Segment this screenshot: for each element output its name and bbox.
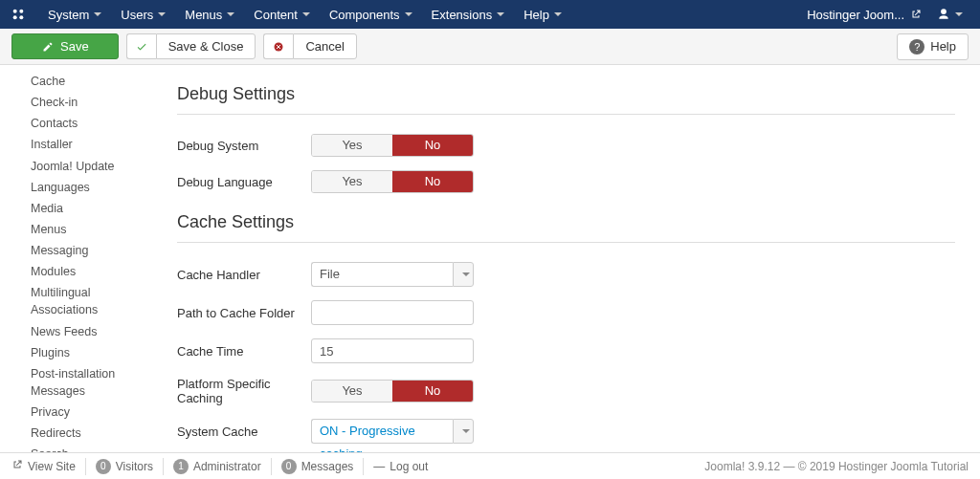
main-area: Cache Check-in Contacts Installer Joomla… bbox=[0, 65, 980, 452]
footer-logout[interactable]: — Log out bbox=[364, 458, 437, 475]
check-icon bbox=[135, 40, 148, 54]
question-icon: ? bbox=[909, 39, 924, 54]
topnav-menus: System Users Menus Content Components Ex… bbox=[38, 0, 571, 29]
messages-badge: 0 bbox=[281, 459, 297, 474]
label-cache-handler: Cache Handler bbox=[177, 268, 311, 282]
sidebar-item[interactable]: Installer bbox=[0, 134, 158, 155]
chevron-down-icon bbox=[302, 12, 310, 16]
select-cache-handler[interactable]: File bbox=[311, 262, 474, 287]
label-debug-language: Debug Language bbox=[177, 175, 311, 189]
row-cache-time: Cache Time bbox=[177, 338, 955, 363]
chevron-down-icon[interactable] bbox=[453, 419, 474, 444]
sidebar-item[interactable]: Search bbox=[0, 444, 158, 452]
topnav-system[interactable]: System bbox=[38, 0, 111, 29]
toggle-no[interactable]: No bbox=[392, 135, 473, 156]
top-navbar: System Users Menus Content Components Ex… bbox=[0, 0, 980, 29]
close-circle-icon bbox=[272, 40, 285, 54]
sidebar-item[interactable]: Privacy bbox=[0, 402, 158, 423]
label-platform-caching: Platform Specific Caching bbox=[177, 377, 311, 405]
sidebar-item[interactable]: Check-in bbox=[0, 92, 158, 113]
cancel-group: Cancel bbox=[263, 33, 356, 59]
select-system-cache[interactable]: ON - Progressive caching bbox=[311, 419, 474, 444]
select-value: File bbox=[311, 262, 453, 287]
topnav-extensions[interactable]: Extensions bbox=[422, 0, 515, 29]
footer-messages[interactable]: 0 Messages bbox=[272, 458, 365, 475]
toggle-no[interactable]: No bbox=[392, 171, 473, 192]
sidebar-item[interactable]: Contacts bbox=[0, 113, 158, 134]
toggle-no[interactable]: No bbox=[392, 381, 473, 402]
sidebar-item[interactable]: Messaging bbox=[0, 240, 158, 261]
chevron-down-icon bbox=[158, 12, 166, 16]
svg-point-2 bbox=[13, 15, 17, 19]
chevron-down-icon bbox=[497, 12, 504, 16]
label-system-cache: System Cache bbox=[177, 425, 311, 439]
sidebar-item[interactable]: Menus bbox=[0, 219, 158, 240]
input-path-cache-folder[interactable] bbox=[311, 300, 474, 325]
sidebar-item[interactable]: News Feeds bbox=[0, 321, 158, 342]
save-close-button[interactable]: Save & Close bbox=[156, 33, 256, 59]
cache-settings-heading: Cache Settings bbox=[177, 207, 955, 243]
chevron-down-icon bbox=[554, 12, 562, 16]
visitors-badge: 0 bbox=[96, 459, 111, 474]
topnav-user-menu[interactable] bbox=[929, 0, 970, 29]
sidebar-item[interactable]: Joomla! Update bbox=[0, 156, 158, 177]
row-platform-caching: Platform Specific Caching Yes No bbox=[177, 377, 955, 405]
debug-settings-heading: Debug Settings bbox=[177, 78, 955, 115]
sidebar-item[interactable]: Redirects bbox=[0, 423, 158, 444]
chevron-down-icon[interactable] bbox=[453, 262, 474, 287]
cancel-button[interactable]: Cancel bbox=[293, 33, 356, 59]
sidebar-item[interactable]: Languages bbox=[0, 177, 158, 198]
footer: View Site 0 Visitors 1 Administrator 0 M… bbox=[0, 452, 980, 479]
external-link-icon bbox=[11, 459, 23, 473]
topnav-components[interactable]: Components bbox=[320, 0, 422, 29]
sidebar-item[interactable]: Media bbox=[0, 198, 158, 219]
row-debug-language: Debug Language Yes No bbox=[177, 170, 955, 193]
svg-point-1 bbox=[19, 10, 23, 13]
help-button[interactable]: ? Help bbox=[897, 33, 969, 60]
select-value: ON - Progressive caching bbox=[311, 419, 453, 444]
external-link-icon bbox=[910, 9, 922, 20]
save-close-group: Save & Close bbox=[126, 33, 256, 59]
sidebar-item[interactable]: Modules bbox=[0, 261, 158, 282]
joomla-icon[interactable] bbox=[10, 6, 27, 23]
label-cache-time: Cache Time bbox=[177, 344, 311, 359]
logout-icon: — bbox=[373, 460, 385, 473]
toggle-yes[interactable]: Yes bbox=[312, 135, 392, 156]
toggle-debug-language[interactable]: Yes No bbox=[311, 170, 474, 193]
footer-visitors[interactable]: 0 Visitors bbox=[86, 458, 164, 475]
input-cache-time[interactable] bbox=[311, 338, 474, 363]
save-button[interactable]: Save bbox=[11, 33, 119, 59]
topnav-menus[interactable]: Menus bbox=[175, 0, 244, 29]
sidebar-item[interactable]: Cache bbox=[0, 71, 158, 92]
toggle-yes[interactable]: Yes bbox=[312, 381, 392, 402]
toggle-platform-caching[interactable]: Yes No bbox=[311, 380, 474, 403]
sidebar: Cache Check-in Contacts Installer Joomla… bbox=[0, 65, 158, 452]
pencil-icon bbox=[41, 40, 55, 54]
svg-point-3 bbox=[19, 15, 23, 19]
chevron-down-icon bbox=[94, 12, 101, 16]
footer-version: Joomla! 3.9.12 — © 2019 Hostinger Joomla… bbox=[704, 460, 969, 473]
content: Debug Settings Debug System Yes No Debug… bbox=[158, 65, 980, 452]
topnav-content[interactable]: Content bbox=[244, 0, 320, 29]
topnav-help[interactable]: Help bbox=[514, 0, 571, 29]
footer-view-site[interactable]: View Site bbox=[11, 458, 86, 475]
footer-administrator[interactable]: 1 Administrator bbox=[164, 458, 272, 475]
sidebar-item[interactable]: Multilingual Associations bbox=[0, 282, 158, 320]
chevron-down-icon bbox=[405, 12, 412, 16]
topnav-site-link[interactable]: Hostinger Joom... bbox=[799, 0, 929, 29]
sidebar-item[interactable]: Post-installation Messages bbox=[0, 363, 158, 402]
topnav-users[interactable]: Users bbox=[111, 0, 175, 29]
toggle-yes[interactable]: Yes bbox=[312, 171, 392, 192]
sidebar-item[interactable]: Plugins bbox=[0, 342, 158, 363]
row-debug-system: Debug System Yes No bbox=[177, 134, 955, 157]
save-close-check-button[interactable] bbox=[126, 33, 156, 59]
row-cache-handler: Cache Handler File bbox=[177, 262, 955, 287]
toggle-debug-system[interactable]: Yes No bbox=[311, 134, 474, 157]
svg-point-0 bbox=[13, 10, 17, 13]
admin-badge: 1 bbox=[173, 459, 189, 474]
chevron-down-icon bbox=[227, 12, 234, 16]
label-debug-system: Debug System bbox=[177, 139, 311, 153]
row-path-cache-folder: Path to Cache Folder bbox=[177, 300, 955, 325]
cancel-x-button[interactable] bbox=[263, 33, 293, 59]
chevron-down-icon bbox=[955, 12, 963, 16]
